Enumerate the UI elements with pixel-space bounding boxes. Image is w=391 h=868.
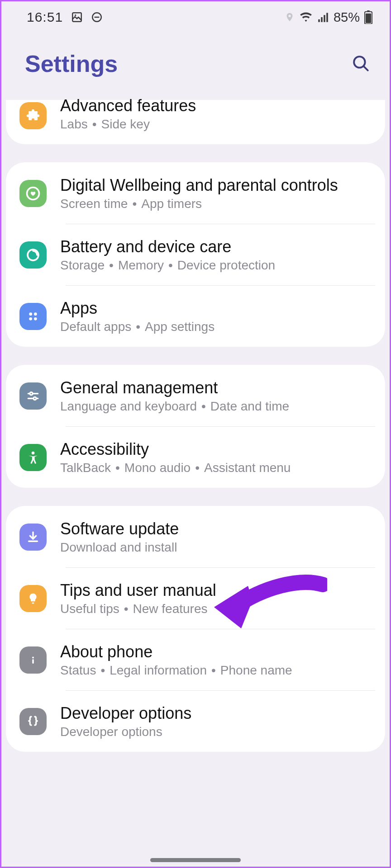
svg-rect-7 bbox=[326, 13, 328, 22]
status-time: 16:51 bbox=[27, 9, 63, 25]
settings-item-tips-manual[interactable]: Tips and user manual Useful tips•New fea… bbox=[6, 567, 385, 629]
dnd-icon bbox=[91, 11, 103, 23]
svg-line-12 bbox=[364, 66, 368, 70]
device-care-icon bbox=[19, 241, 47, 269]
page-title: Settings bbox=[25, 50, 118, 77]
svg-rect-6 bbox=[324, 15, 325, 22]
svg-point-22 bbox=[33, 397, 36, 400]
svg-point-17 bbox=[29, 317, 32, 321]
item-title: Battery and device care bbox=[60, 237, 372, 256]
location-icon bbox=[285, 11, 295, 23]
settings-item-battery-device-care[interactable]: Battery and device care Storage•Memory•D… bbox=[6, 224, 385, 285]
item-title: About phone bbox=[60, 642, 372, 661]
settings-item-general-management[interactable]: General management Language and keyboard… bbox=[6, 365, 385, 426]
settings-section-0: Advanced features Labs•Side key bbox=[6, 100, 385, 144]
general-management-icon bbox=[19, 382, 47, 410]
settings-section-1: Digital Wellbeing and parental controls … bbox=[6, 162, 385, 347]
search-icon bbox=[351, 54, 370, 74]
svg-point-27 bbox=[32, 656, 34, 658]
svg-point-23 bbox=[32, 452, 35, 455]
svg-rect-4 bbox=[318, 19, 320, 22]
battery-text: 85% bbox=[334, 10, 360, 25]
svg-rect-10 bbox=[366, 14, 371, 23]
picture-icon bbox=[71, 11, 83, 23]
wellbeing-icon bbox=[19, 180, 47, 207]
item-sub: Language and keyboard•Date and time bbox=[60, 399, 372, 414]
item-title: General management bbox=[60, 378, 372, 397]
developer-options-icon bbox=[19, 708, 47, 735]
wifi-icon bbox=[299, 12, 313, 23]
svg-point-21 bbox=[30, 392, 33, 395]
signal-icon bbox=[317, 12, 329, 23]
advanced-features-icon bbox=[19, 102, 47, 129]
item-title: Software update bbox=[60, 519, 372, 538]
item-title: Advanced features bbox=[60, 96, 372, 115]
svg-point-1 bbox=[75, 14, 76, 16]
item-sub: Labs•Side key bbox=[60, 117, 372, 132]
item-title: Apps bbox=[60, 299, 372, 318]
accessibility-icon bbox=[19, 444, 47, 471]
item-sub: TalkBack•Mono audio•Assistant menu bbox=[60, 461, 372, 475]
apps-icon bbox=[19, 303, 47, 330]
about-phone-icon bbox=[19, 646, 47, 674]
settings-item-accessibility[interactable]: Accessibility TalkBack•Mono audio•Assist… bbox=[6, 426, 385, 488]
item-title: Accessibility bbox=[60, 440, 372, 459]
search-button[interactable] bbox=[348, 51, 373, 76]
svg-point-16 bbox=[34, 312, 37, 316]
settings-item-digital-wellbeing[interactable]: Digital Wellbeing and parental controls … bbox=[6, 162, 385, 224]
software-update-icon bbox=[19, 524, 47, 551]
item-sub: Default apps•App settings bbox=[60, 320, 372, 334]
svg-rect-5 bbox=[321, 17, 323, 22]
item-sub: Download and install bbox=[60, 540, 372, 555]
item-sub: Developer options bbox=[60, 725, 372, 739]
settings-section-3: Software update Download and install Tip… bbox=[6, 506, 385, 752]
settings-item-software-update[interactable]: Software update Download and install bbox=[6, 506, 385, 567]
item-sub: Useful tips•New features bbox=[60, 602, 372, 616]
item-title: Digital Wellbeing and parental controls bbox=[60, 176, 372, 195]
gesture-nav-handle[interactable] bbox=[150, 858, 241, 862]
svg-rect-28 bbox=[32, 659, 34, 664]
item-sub: Screen time•App timers bbox=[60, 197, 372, 211]
svg-point-15 bbox=[29, 312, 32, 316]
status-bar: 16:51 85% bbox=[1, 1, 390, 32]
svg-point-18 bbox=[34, 317, 37, 321]
settings-item-about-phone[interactable]: About phone Status•Legal information•Pho… bbox=[6, 629, 385, 690]
settings-item-developer-options[interactable]: Developer options Developer options bbox=[6, 690, 385, 752]
battery-icon bbox=[364, 10, 372, 24]
item-title: Tips and user manual bbox=[60, 581, 372, 600]
tips-icon bbox=[19, 585, 47, 612]
header: Settings bbox=[1, 32, 390, 100]
settings-item-advanced-features[interactable]: Advanced features Labs•Side key bbox=[6, 100, 385, 144]
item-title: Developer options bbox=[60, 704, 372, 723]
item-sub: Status•Legal information•Phone name bbox=[60, 663, 372, 678]
item-sub: Storage•Memory•Device protection bbox=[60, 258, 372, 273]
settings-item-apps[interactable]: Apps Default apps•App settings bbox=[6, 285, 385, 347]
settings-section-2: General management Language and keyboard… bbox=[6, 365, 385, 488]
